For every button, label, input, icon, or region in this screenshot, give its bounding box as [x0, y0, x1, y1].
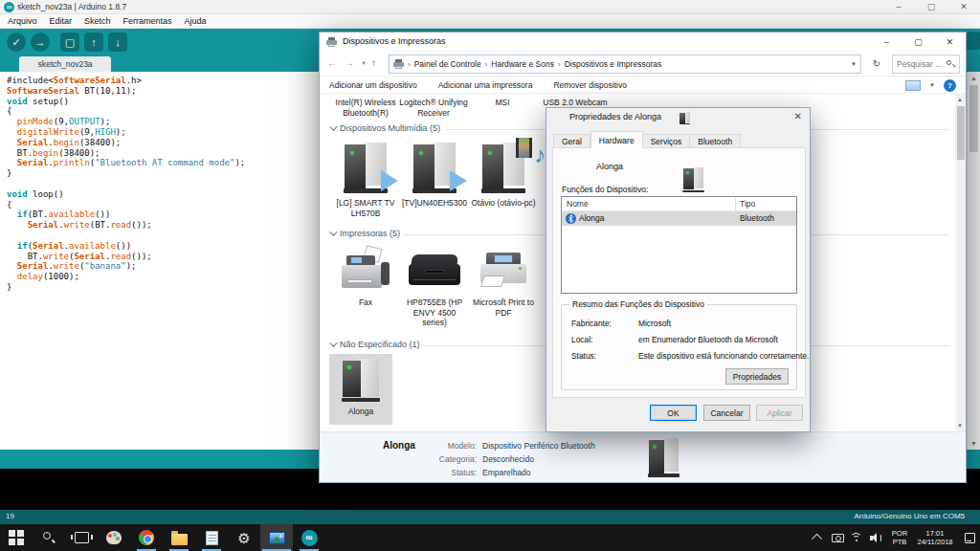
ok-button[interactable]: OK — [650, 405, 697, 421]
properties-button[interactable]: Propriedades — [725, 368, 789, 385]
menu-sketch[interactable]: Sketch — [84, 16, 111, 26]
content-scrollbar[interactable]: ▲ ▼ — [955, 94, 966, 431]
list-header[interactable]: Nome Tipo — [562, 197, 796, 211]
scroll-down-icon[interactable]: ▼ — [970, 440, 977, 447]
tray-expand-button[interactable] — [810, 524, 827, 551]
device-label-logitech[interactable]: Logitech® Unifying Receiver — [399, 98, 468, 118]
sketch-tab[interactable]: sketch_nov23a — [19, 56, 111, 72]
taskbar-paint[interactable] — [98, 524, 130, 551]
printer-item-hp-envy[interactable]: HP8755E8 (HP ENVY 4500 series) — [401, 247, 468, 328]
breadcrumb-painel[interactable]: Painel de Controle — [414, 59, 481, 69]
device-item-otavio-pc[interactable]: ♪ Otávio (otávio-pc) — [470, 142, 537, 209]
maximize-icon[interactable]: ▢ — [902, 33, 934, 52]
code-line: pinMode(9,OUTPUT); — [7, 117, 245, 127]
device-label-webcam[interactable]: USB 2.0 Webcam — [532, 98, 618, 108]
taskbar-notepad[interactable] — [195, 524, 228, 551]
tab-servicos[interactable]: Serviços — [643, 134, 691, 148]
menu-ferramentas[interactable]: Ferramentas — [123, 16, 172, 26]
forward-icon[interactable]: → — [345, 57, 354, 68]
view-options-icon[interactable] — [905, 80, 921, 91]
serial-monitor-button[interactable] — [966, 32, 980, 50]
dialog-device-name: Alonga — [596, 162, 623, 171]
breadcrumb-hardware[interactable]: Hardware e Sons — [491, 59, 554, 69]
verify-button[interactable]: ✓ — [7, 33, 26, 52]
scroll-down-icon[interactable]: ▼ — [957, 423, 963, 429]
tray-language[interactable]: POR PTB — [888, 524, 911, 551]
tray-network[interactable] — [848, 524, 865, 551]
taskbar-chrome[interactable] — [130, 524, 163, 551]
upload-button[interactable]: → — [31, 33, 50, 52]
minimize-icon[interactable]: – — [871, 33, 902, 52]
chevron-down-icon[interactable]: ▼ — [851, 61, 857, 67]
taskbar-devices-printers-active[interactable] — [260, 524, 293, 551]
tab-geral[interactable]: Geral — [553, 134, 590, 148]
tray-clock[interactable]: 17:01 24/11/2018 — [911, 524, 959, 551]
tray-volume[interactable] — [867, 524, 884, 551]
taskbar-settings[interactable]: ⚙ — [228, 524, 260, 551]
list-row-alonga-selected[interactable]: Alonga Bluetooth — [562, 211, 796, 226]
scrollbar-thumb[interactable] — [969, 85, 978, 152]
printer-item-fax[interactable]: Fax — [332, 247, 399, 308]
collapse-chevron-icon[interactable] — [329, 122, 337, 130]
taskbar-arduino[interactable]: ∞ — [293, 524, 325, 551]
code-line: Serial.begin(38400); — [7, 138, 245, 148]
menu-arquivo[interactable]: Arquivo — [8, 16, 37, 26]
devices-titlebar[interactable]: Dispositivos e Impressoras – ▢ ✕ — [320, 33, 966, 52]
task-view-icon — [75, 532, 89, 543]
history-chevron-icon[interactable]: ▼ — [361, 60, 367, 66]
close-icon[interactable]: ✕ — [794, 111, 802, 121]
device-item-lg-tv[interactable]: [LG] SMART TV LH570B — [332, 142, 399, 218]
device-item-samsung-tv[interactable]: [TV]UN40EH5300 — [401, 142, 468, 209]
maximize-icon[interactable]: ▢ — [915, 0, 947, 14]
column-nome[interactable]: Nome — [567, 199, 589, 209]
details-status-value: Emparelhado — [482, 468, 531, 477]
tab-hardware[interactable]: Hardware — [590, 131, 643, 148]
new-sketch-button[interactable]: ▢ — [60, 33, 79, 52]
start-button[interactable] — [0, 524, 33, 551]
back-icon[interactable]: ← — [327, 57, 337, 68]
open-sketch-button[interactable]: ↑ — [84, 33, 103, 52]
column-tipo[interactable]: Tipo — [740, 199, 755, 209]
device-icon — [683, 166, 704, 192]
remove-device-command[interactable]: Remover dispositivo — [553, 80, 627, 90]
add-printer-command[interactable]: Adicionar uma impressora — [438, 80, 533, 90]
tab-bluetooth[interactable]: Bluetooth — [690, 134, 741, 148]
device-functions-list[interactable]: Nome Tipo Alonga Bluetooth — [561, 196, 797, 294]
close-icon[interactable]: ✕ — [947, 0, 980, 14]
add-device-command[interactable]: Adicionar um dispositivo — [329, 80, 417, 90]
up-icon[interactable]: ↑ — [371, 57, 376, 68]
search-input[interactable]: Pesquisar ... — [892, 55, 960, 74]
minimize-icon[interactable]: – — [882, 0, 915, 14]
search-icon[interactable] — [947, 60, 955, 69]
apply-button[interactable]: Aplicar — [756, 405, 803, 421]
devices-window-icon — [326, 37, 337, 47]
code-area[interactable]: #include<SoftwareSerial.h>SoftwareSerial… — [7, 76, 245, 293]
device-label-intel[interactable]: Intel(R) Wireless Bluetooth(R) — [331, 98, 400, 118]
breadcrumb[interactable]: › Painel de Controle › Hardware e Sons ›… — [389, 55, 861, 74]
scroll-up-icon[interactable]: ▲ — [970, 75, 977, 81]
save-sketch-button[interactable]: ↓ — [108, 33, 127, 52]
help-icon[interactable]: ? — [944, 79, 956, 92]
cancel-button[interactable]: Cancelar — [703, 405, 750, 421]
menu-editar[interactable]: Editar — [50, 16, 73, 26]
scrollbar-thumb[interactable] — [957, 106, 965, 160]
taskbar-search-button[interactable] — [33, 524, 65, 551]
breadcrumb-dispositivos[interactable]: Dispositivos e Impressoras — [565, 59, 662, 69]
task-view-button[interactable] — [65, 524, 98, 551]
device-label-msi[interactable]: MSI — [479, 98, 525, 108]
menu-ajuda[interactable]: Ajuda — [185, 16, 207, 26]
printer-item-ms-print-pdf[interactable]: Microsoft Print to PDF — [470, 247, 537, 318]
chevron-down-icon[interactable]: ▼ — [929, 82, 935, 88]
editor-scrollbar[interactable]: ▲ ▼ — [967, 72, 980, 450]
collapse-chevron-icon[interactable] — [329, 339, 337, 346]
tray-webcam[interactable] — [829, 524, 846, 551]
refresh-icon[interactable]: ↻ — [865, 55, 888, 74]
location-icon — [393, 59, 404, 69]
arduino-titlebar[interactable]: ∞ sketch_nov23a | Arduino 1.8.7 – ▢ ✕ — [0, 0, 980, 14]
close-icon[interactable]: ✕ — [934, 33, 966, 52]
taskbar-file-explorer[interactable] — [163, 524, 195, 551]
action-center-button[interactable] — [961, 524, 978, 551]
scroll-up-icon[interactable]: ▲ — [957, 97, 963, 102]
collapse-chevron-icon[interactable] — [329, 228, 337, 235]
device-item-alonga-selected[interactable]: Alonga — [329, 354, 392, 425]
